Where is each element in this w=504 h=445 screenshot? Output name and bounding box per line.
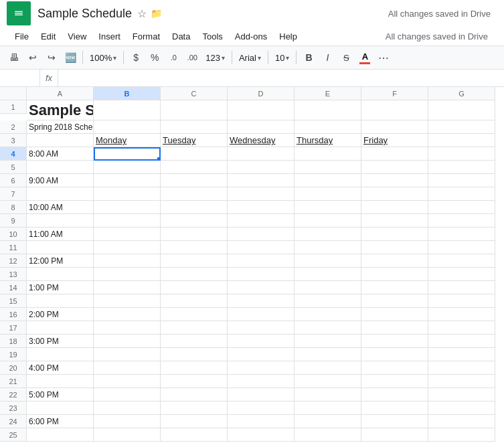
cell-D13[interactable] bbox=[228, 268, 295, 281]
cell-F12[interactable] bbox=[361, 254, 428, 268]
cell-C11[interactable] bbox=[161, 241, 228, 254]
cell-B13[interactable] bbox=[94, 268, 161, 281]
cell-A21[interactable] bbox=[27, 375, 94, 388]
col-header-G[interactable]: G bbox=[428, 87, 495, 100]
cell-E14[interactable] bbox=[295, 281, 361, 294]
row-num-24[interactable]: 24 bbox=[0, 415, 27, 428]
menu-item-format[interactable]: Format bbox=[127, 29, 165, 43]
cell-F25[interactable] bbox=[361, 428, 428, 442]
cell-A9[interactable] bbox=[27, 214, 94, 228]
cell-G1[interactable] bbox=[428, 100, 495, 120]
cell-A2[interactable]: Spring 2018 Schedule bbox=[27, 120, 94, 134]
cell-D15[interactable] bbox=[228, 294, 295, 308]
cell-E22[interactable] bbox=[295, 388, 361, 402]
more-toolbar[interactable]: ⋯ bbox=[375, 49, 392, 66]
cell-C3[interactable]: Tuesday bbox=[161, 134, 228, 147]
cell-G21[interactable] bbox=[428, 375, 495, 388]
cell-G5[interactable] bbox=[428, 161, 495, 174]
cell-B15[interactable] bbox=[94, 294, 161, 308]
cell-B19[interactable] bbox=[94, 348, 161, 361]
cell-E6[interactable] bbox=[295, 174, 361, 187]
col-header-C[interactable]: C bbox=[161, 87, 228, 100]
cell-C17[interactable] bbox=[161, 321, 228, 335]
cell-G12[interactable] bbox=[428, 254, 495, 268]
menu-item-tools[interactable]: Tools bbox=[197, 29, 228, 43]
cell-E24[interactable] bbox=[295, 415, 361, 428]
cell-E8[interactable] bbox=[295, 201, 361, 214]
cell-B12[interactable] bbox=[94, 254, 161, 268]
cell-B22[interactable] bbox=[94, 388, 161, 402]
cell-A19[interactable] bbox=[27, 348, 94, 361]
cell-B4[interactable] bbox=[94, 147, 161, 161]
cell-D4[interactable] bbox=[228, 147, 295, 161]
cell-handle[interactable] bbox=[157, 157, 161, 161]
cell-D16[interactable] bbox=[228, 308, 295, 321]
cell-C18[interactable] bbox=[161, 335, 228, 348]
cell-E9[interactable] bbox=[295, 214, 361, 228]
cell-B7[interactable] bbox=[94, 187, 161, 201]
cell-F8[interactable] bbox=[361, 201, 428, 214]
cell-A15[interactable] bbox=[27, 294, 94, 308]
doc-title[interactable]: Sample Schedule bbox=[37, 7, 132, 21]
cell-F2[interactable] bbox=[361, 120, 428, 134]
cell-D2[interactable] bbox=[228, 120, 295, 134]
cell-F18[interactable] bbox=[361, 335, 428, 348]
cell-G4[interactable] bbox=[428, 147, 495, 161]
row-num-25[interactable]: 25 bbox=[0, 428, 27, 442]
cell-A18[interactable]: 3:00 PM bbox=[27, 335, 94, 348]
decimal-increase-button[interactable]: .00 bbox=[183, 49, 201, 66]
cell-D3[interactable]: Wednesday bbox=[228, 134, 295, 147]
redo-button[interactable]: ↪ bbox=[43, 49, 60, 66]
row-num-8[interactable]: 8 bbox=[0, 201, 27, 214]
cell-F17[interactable] bbox=[361, 321, 428, 335]
cell-E21[interactable] bbox=[295, 375, 361, 388]
cell-F20[interactable] bbox=[361, 361, 428, 375]
cell-C2[interactable] bbox=[161, 120, 228, 134]
cell-A12[interactable]: 12:00 PM bbox=[27, 254, 94, 268]
cell-G23[interactable] bbox=[428, 402, 495, 415]
italic-button[interactable]: I bbox=[319, 49, 336, 66]
cell-G13[interactable] bbox=[428, 268, 495, 281]
cell-B11[interactable] bbox=[94, 241, 161, 254]
zoom-select[interactable]: 100% ▾ bbox=[86, 51, 120, 65]
bold-button[interactable]: B bbox=[300, 49, 317, 66]
percent-button[interactable]: % bbox=[146, 49, 163, 66]
cell-A14[interactable]: 1:00 PM bbox=[27, 281, 94, 294]
cell-F6[interactable] bbox=[361, 174, 428, 187]
cell-B18[interactable] bbox=[94, 335, 161, 348]
cell-G16[interactable] bbox=[428, 308, 495, 321]
cell-F16[interactable] bbox=[361, 308, 428, 321]
cell-E19[interactable] bbox=[295, 348, 361, 361]
print-button[interactable]: 🖶 bbox=[5, 49, 23, 66]
row-num-12[interactable]: 12 bbox=[0, 254, 27, 268]
cell-G11[interactable] bbox=[428, 241, 495, 254]
cell-D23[interactable] bbox=[228, 402, 295, 415]
row-num-22[interactable]: 22 bbox=[0, 388, 27, 402]
cell-E13[interactable] bbox=[295, 268, 361, 281]
cell-E4[interactable] bbox=[295, 147, 361, 161]
cell-F22[interactable] bbox=[361, 388, 428, 402]
cell-D6[interactable] bbox=[228, 174, 295, 187]
cell-A4[interactable]: 8:00 AM bbox=[27, 147, 94, 161]
folder-icon[interactable]: 📁 bbox=[151, 8, 162, 19]
cell-C14[interactable] bbox=[161, 281, 228, 294]
cell-G22[interactable] bbox=[428, 388, 495, 402]
cell-B2[interactable] bbox=[94, 120, 161, 134]
row-num-3[interactable]: 3 bbox=[0, 134, 27, 147]
cell-C1[interactable] bbox=[161, 100, 228, 120]
cell-D1[interactable] bbox=[228, 100, 295, 120]
cell-C12[interactable] bbox=[161, 254, 228, 268]
cell-D8[interactable] bbox=[228, 201, 295, 214]
row-num-21[interactable]: 21 bbox=[0, 375, 27, 388]
cell-A10[interactable]: 11:00 AM bbox=[27, 228, 94, 241]
row-num-23[interactable]: 23 bbox=[0, 402, 27, 415]
cell-F9[interactable] bbox=[361, 214, 428, 228]
cell-E12[interactable] bbox=[295, 254, 361, 268]
cell-A22[interactable]: 5:00 PM bbox=[27, 388, 94, 402]
cell-F1[interactable] bbox=[361, 100, 428, 120]
cell-E17[interactable] bbox=[295, 321, 361, 335]
paint-format-button[interactable]: 🆕 bbox=[62, 49, 79, 66]
row-num-11[interactable]: 11 bbox=[0, 241, 27, 254]
more-formats-select[interactable]: 123 ▾ bbox=[202, 51, 228, 65]
col-header-A[interactable]: A bbox=[27, 87, 94, 100]
